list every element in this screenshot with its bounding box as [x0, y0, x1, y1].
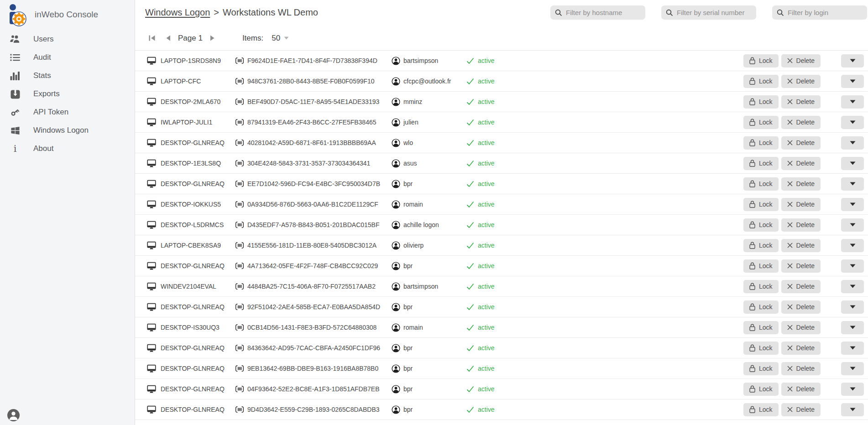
delete-button-label: Delete — [796, 139, 815, 146]
sidebar-item-exports[interactable]: Exports — [0, 85, 135, 103]
lock-button[interactable]: Lock — [743, 177, 779, 191]
delete-button[interactable]: Delete — [781, 75, 821, 88]
sidebar-item-windows-logon[interactable]: Windows Logon — [0, 121, 135, 140]
delete-button[interactable]: Delete — [781, 301, 821, 314]
serial-cell: 304E4248-5843-3731-3537-373034364341 — [247, 160, 392, 167]
status-badge: active — [478, 303, 495, 311]
lock-button[interactable]: Lock — [743, 218, 779, 232]
lock-button[interactable]: Lock — [743, 116, 779, 129]
lock-button[interactable]: Lock — [743, 136, 779, 150]
delete-button[interactable]: Delete — [781, 157, 821, 170]
lock-button[interactable]: Lock — [743, 198, 779, 211]
lock-button[interactable]: Lock — [743, 157, 779, 170]
delete-button[interactable]: Delete — [781, 383, 821, 396]
sidebar: inWebo Console Users — [0, 0, 135, 425]
row-more-actions-button[interactable] — [841, 157, 864, 170]
delete-button[interactable]: Delete — [781, 136, 821, 150]
login-filter-input[interactable] — [788, 9, 863, 16]
check-icon — [466, 181, 474, 187]
check-icon — [466, 119, 474, 126]
prev-page-button[interactable] — [164, 33, 173, 43]
lock-button[interactable]: Lock — [743, 239, 779, 252]
table-row: IWLAPTOP-JULI1 87941319-EA46-2F43-B6CC-2… — [135, 112, 868, 133]
serial-icon — [235, 385, 244, 393]
lock-icon — [749, 283, 755, 290]
lock-icon — [749, 385, 755, 393]
lock-button[interactable]: Lock — [743, 321, 779, 334]
serial-cell: BEF490D7-D5AC-11E7-8A95-54E1ADE33193 — [247, 98, 392, 105]
row-more-actions-button[interactable] — [841, 301, 864, 314]
app-window: inWebo Console Users — [0, 0, 868, 425]
table-row: DESKTOP-GLNREAQ EE7D1042-596D-FC94-E4BC-… — [135, 174, 868, 194]
breadcrumb-windows-logon-link[interactable]: Windows Logon — [145, 7, 210, 17]
items-per-page-select[interactable]: 50 — [272, 34, 289, 43]
delete-button[interactable]: Delete — [781, 259, 821, 273]
row-more-actions-button[interactable] — [841, 75, 864, 88]
row-more-actions-button[interactable] — [841, 54, 864, 67]
status-badge: active — [478, 365, 495, 372]
delete-button[interactable]: Delete — [781, 54, 821, 67]
row-more-actions-button[interactable] — [841, 177, 864, 191]
lock-button[interactable]: Lock — [743, 95, 779, 109]
user-circle-icon — [392, 282, 400, 291]
x-icon — [787, 284, 793, 289]
lock-icon — [749, 365, 755, 372]
delete-button[interactable]: Delete — [781, 280, 821, 293]
hostname-cell: LAPTOP-CFC — [161, 78, 235, 85]
user-circle-icon — [392, 262, 400, 270]
hostname-cell: DESKTOP-GLNREAQ — [161, 344, 235, 352]
delete-button[interactable]: Delete — [781, 362, 821, 375]
serial-icon — [235, 344, 244, 352]
delete-button[interactable]: Delete — [781, 239, 821, 252]
lock-button[interactable]: Lock — [743, 259, 779, 273]
next-page-button[interactable] — [208, 33, 217, 43]
delete-button[interactable]: Delete — [781, 218, 821, 232]
lock-button[interactable]: Lock — [743, 383, 779, 396]
row-more-actions-button[interactable] — [841, 218, 864, 232]
row-more-actions-button[interactable] — [841, 239, 864, 252]
row-more-actions-button[interactable] — [841, 280, 864, 293]
lock-button[interactable]: Lock — [743, 54, 779, 67]
row-more-actions-button[interactable] — [841, 342, 864, 355]
row-more-actions-button[interactable] — [841, 198, 864, 211]
sidebar-item-audit[interactable]: Audit — [0, 48, 135, 67]
check-icon — [466, 222, 474, 228]
sidebar-item-api-token[interactable]: API Token — [0, 103, 135, 121]
row-more-actions-button[interactable] — [841, 136, 864, 150]
avatar-icon[interactable] — [7, 409, 20, 421]
hostname-filter-input[interactable] — [566, 9, 641, 16]
delete-button[interactable]: Delete — [781, 95, 821, 109]
first-page-button[interactable] — [147, 33, 157, 43]
status-badge: active — [478, 242, 495, 249]
table-row: DESKTOP-L5DRMCS D435EDF7-A578-B843-B051-… — [135, 215, 868, 235]
row-more-actions-button[interactable] — [841, 362, 864, 375]
brand: inWebo Console — [0, 0, 135, 28]
lock-button-label: Lock — [759, 160, 773, 167]
sidebar-item-about[interactable]: i About — [0, 140, 135, 158]
workstation-icon — [147, 364, 156, 373]
delete-button[interactable]: Delete — [781, 198, 821, 211]
delete-button[interactable]: Delete — [781, 116, 821, 129]
row-more-actions-button[interactable] — [841, 321, 864, 334]
lock-button[interactable]: Lock — [743, 362, 779, 375]
row-more-actions-button[interactable] — [841, 259, 864, 273]
sidebar-item-stats[interactable]: Stats — [0, 67, 135, 85]
lock-button[interactable]: Lock — [743, 301, 779, 314]
sidebar-item-users[interactable]: Users — [0, 30, 135, 48]
row-more-actions-button[interactable] — [841, 383, 864, 396]
delete-button[interactable]: Delete — [781, 177, 821, 191]
delete-button[interactable]: Delete — [781, 321, 821, 334]
lock-button[interactable]: Lock — [743, 75, 779, 88]
delete-button[interactable]: Delete — [781, 342, 821, 355]
row-more-actions-button[interactable] — [841, 403, 864, 416]
serial-filter-input[interactable] — [677, 9, 752, 16]
lock-icon — [749, 221, 755, 228]
check-icon — [466, 365, 474, 372]
lock-button[interactable]: Lock — [743, 403, 779, 416]
lock-button-label: Lock — [759, 221, 773, 228]
row-more-actions-button[interactable] — [841, 95, 864, 109]
lock-button[interactable]: Lock — [743, 342, 779, 355]
lock-button[interactable]: Lock — [743, 280, 779, 293]
delete-button[interactable]: Delete — [781, 403, 821, 416]
row-more-actions-button[interactable] — [841, 116, 864, 129]
